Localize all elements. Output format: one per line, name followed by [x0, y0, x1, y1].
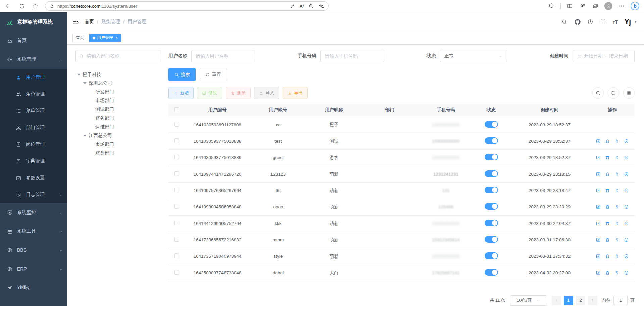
row-checkbox[interactable] [174, 122, 179, 127]
breadcrumb-item[interactable]: 系统管理 [101, 19, 120, 25]
bing-chat-icon[interactable]: b [631, 2, 639, 10]
reload-icon[interactable] [18, 2, 26, 10]
search-button[interactable]: 搜索 [168, 68, 196, 81]
status-toggle[interactable] [485, 220, 498, 226]
edit-button[interactable] [596, 254, 601, 259]
sidebar-item-yi-framework[interactable]: Yi框架 [0, 278, 67, 297]
reset-button[interactable]: 重置 [200, 68, 227, 81]
table-refresh-icon[interactable] [608, 87, 619, 99]
page-button-2[interactable]: 2 [576, 296, 585, 305]
tree-node-测试部门[interactable]: 测试部门 [75, 105, 161, 114]
row-checkbox[interactable] [174, 171, 179, 176]
delete-button[interactable] [605, 172, 610, 177]
read-aloud-icon[interactable]: A) [300, 4, 304, 9]
phone-input[interactable] [325, 53, 380, 59]
date-range-picker[interactable]: 开始日期 - 结束日期 [573, 50, 635, 62]
row-checkbox[interactable] [174, 253, 179, 258]
tree-node-橙子科技[interactable]: 橙子科技 [75, 70, 161, 79]
zoom-out-icon[interactable] [308, 3, 314, 9]
tab-首页[interactable]: 首页 [72, 34, 87, 42]
tree-caret-icon[interactable] [83, 82, 87, 84]
goto-page-input[interactable] [613, 296, 628, 305]
delete-button[interactable]: 删除 [226, 87, 251, 99]
reset-password-button[interactable] [614, 221, 620, 226]
tree-node-研发部门[interactable]: 研发部门 [75, 88, 161, 96]
tree-node-江西总公司[interactable]: 江西总公司 [75, 131, 161, 140]
sidebar-item-param-settings[interactable]: 参数设置 [0, 170, 67, 186]
sidebar-item-erp[interactable]: ERP [0, 260, 67, 278]
sidebar-item-bbs[interactable]: BBS [0, 241, 67, 260]
reset-password-button[interactable] [614, 155, 620, 160]
status-toggle[interactable] [485, 187, 498, 193]
more-menu-icon[interactable] [618, 2, 625, 10]
sidebar-item-dept-mgmt[interactable]: 部门管理 [0, 119, 67, 136]
edit-button[interactable] [596, 270, 601, 275]
import-button[interactable]: 导入 [254, 87, 279, 99]
status-toggle[interactable] [485, 170, 498, 177]
split-screen-icon[interactable] [566, 2, 574, 10]
status-select[interactable]: 正常 [440, 50, 507, 62]
sidebar-item-role-mgmt[interactable]: 角色管理 [0, 86, 67, 102]
tab-close-icon[interactable]: × [115, 36, 118, 40]
row-checkbox[interactable] [174, 237, 179, 242]
check-circle-button[interactable] [624, 254, 629, 259]
sidebar-item-system-mgmt[interactable]: 系统管理 [0, 50, 67, 69]
export-button[interactable]: 导出 [283, 87, 308, 99]
reset-password-button[interactable] [614, 139, 620, 144]
reset-password-button[interactable] [614, 172, 620, 177]
sidebar-item-system-monitor[interactable]: 系统监控 [0, 203, 67, 222]
sidebar-item-post-mgmt[interactable]: 岗位管理 [0, 136, 67, 153]
row-checkbox[interactable] [174, 221, 179, 225]
check-circle-button[interactable] [624, 188, 629, 193]
tree-node-市场部门[interactable]: 市场部门 [75, 96, 161, 105]
next-page-button[interactable]: › [588, 296, 597, 305]
edit-button[interactable] [596, 237, 601, 242]
font-size-icon[interactable]: ᴛT [613, 19, 618, 25]
edit-button[interactable] [596, 204, 601, 209]
delete-button[interactable] [605, 155, 610, 160]
status-toggle[interactable] [485, 269, 498, 276]
edit-button[interactable] [596, 172, 601, 177]
status-toggle[interactable] [485, 236, 498, 243]
delete-button[interactable] [605, 237, 610, 242]
delete-button[interactable] [605, 139, 610, 144]
dept-search-input[interactable]: 请输入部门名称 [75, 50, 161, 62]
password-key-icon[interactable] [290, 3, 295, 9]
status-toggle[interactable] [485, 154, 498, 160]
sidebar-item-log-mgmt[interactable]: 日志管理 [0, 186, 67, 203]
status-toggle[interactable] [485, 203, 498, 210]
check-circle-button[interactable] [624, 221, 629, 226]
delete-button[interactable] [605, 204, 610, 209]
user-avatar[interactable]: Yj [624, 17, 631, 26]
page-size-select[interactable]: 10条/页 [510, 295, 547, 306]
tab-用户管理[interactable]: 用户管理× [89, 34, 121, 42]
status-toggle[interactable] [485, 137, 498, 144]
prev-page-button[interactable]: ‹ [552, 296, 561, 305]
delete-button[interactable] [605, 254, 610, 259]
profile-avatar[interactable] [604, 2, 612, 10]
tree-node-市场部门[interactable]: 市场部门 [75, 140, 161, 149]
tree-node-深圳总公司[interactable]: 深圳总公司 [75, 79, 161, 88]
favorites-bar-icon[interactable] [579, 2, 586, 10]
tree-caret-icon[interactable] [77, 74, 81, 76]
edit-button[interactable] [596, 221, 601, 226]
delete-button[interactable] [605, 221, 610, 226]
extensions-icon[interactable] [548, 2, 555, 10]
reset-password-button[interactable] [614, 237, 620, 242]
row-checkbox[interactable] [174, 270, 179, 275]
tree-caret-icon[interactable] [83, 135, 87, 137]
back-icon[interactable] [5, 2, 12, 10]
sidebar-item-user-mgmt[interactable]: 用户管理 [0, 69, 67, 86]
edit-button[interactable] [596, 188, 601, 193]
tree-node-财务部门[interactable]: 财务部门 [75, 114, 161, 123]
row-checkbox[interactable] [174, 188, 179, 192]
row-checkbox[interactable] [174, 155, 179, 159]
edit-button[interactable]: 修改 [197, 87, 222, 99]
tree-node-运维部门[interactable]: 运维部门 [75, 123, 161, 131]
status-toggle[interactable] [485, 121, 498, 128]
reset-password-button[interactable] [614, 270, 620, 275]
header-search-icon[interactable] [561, 19, 567, 25]
edit-button[interactable] [596, 155, 601, 160]
tree-node-财务部门[interactable]: 财务部门 [75, 149, 161, 157]
sidebar-item-menu-mgmt[interactable]: 菜单管理 [0, 102, 67, 119]
